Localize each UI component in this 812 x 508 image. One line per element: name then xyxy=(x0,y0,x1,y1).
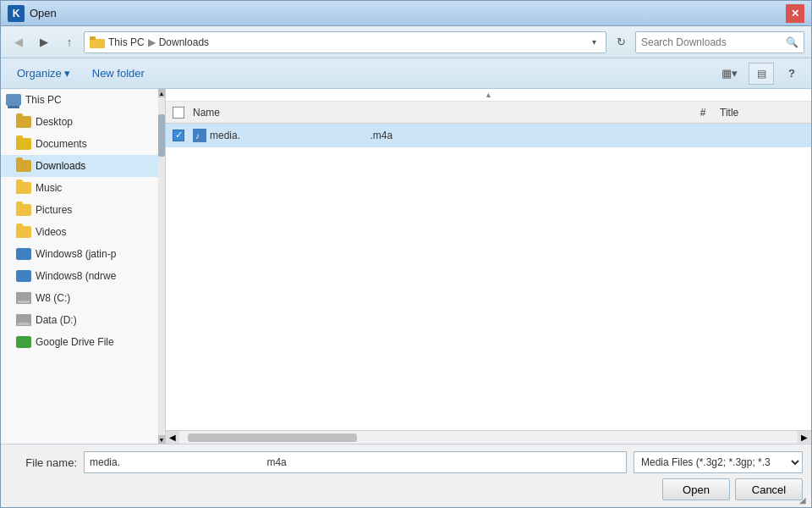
sidebar-item-windows8-jatin[interactable]: Windows8 (jatin-p xyxy=(1,243,165,265)
app-icon: K xyxy=(8,5,25,22)
sidebar-item-w8-c[interactable]: W8 (C:) xyxy=(1,287,165,309)
view-button[interactable]: ▦ ▾ xyxy=(716,63,742,85)
organize-label: Organize xyxy=(17,67,62,80)
sidebar-scroll-thumb[interactable] xyxy=(158,114,165,157)
this-pc-icon xyxy=(6,94,21,106)
file-name: media. .m4a xyxy=(210,130,686,141)
sidebar-item-google-drive[interactable]: Google Drive File xyxy=(1,331,165,353)
sidebar-item-label: Data (D:) xyxy=(36,314,77,326)
sort-indicator-bar: ▲ xyxy=(166,89,811,102)
filename-row: File name: Media Files (*.3g2; *.3gp; *.… xyxy=(9,451,803,473)
sidebar-item-documents[interactable]: Documents xyxy=(1,133,165,155)
cancel-button[interactable]: Cancel xyxy=(735,478,803,500)
sidebar-item-label: This PC xyxy=(25,94,62,106)
sidebar-item-label: W8 (C:) xyxy=(36,292,70,304)
column-name-header[interactable]: Name xyxy=(193,107,686,119)
sidebar-item-label: Documents xyxy=(36,138,87,150)
sidebar-item-label: Pictures xyxy=(36,204,72,216)
help-button[interactable]: ? xyxy=(781,63,803,85)
title-bar-left: K Open xyxy=(8,5,57,22)
svg-rect-0 xyxy=(90,39,105,48)
horizontal-scrollbar: ◀ ▶ xyxy=(166,430,811,444)
file-icon-cell: ♪ xyxy=(193,129,210,142)
address-path: This PC ▶ Downloads xyxy=(108,36,584,48)
main-content: ▲ ▼ This PC Desktop Documents xyxy=(1,89,811,444)
sidebar-item-label: Windows8 (jatin-p xyxy=(36,248,116,260)
h-scroll-thumb[interactable] xyxy=(188,433,357,442)
pane-button[interactable]: ▤ xyxy=(749,63,774,85)
pictures-folder-icon xyxy=(16,204,31,216)
path-this-pc: This PC xyxy=(108,36,145,48)
music-folder-icon xyxy=(16,182,31,194)
sidebar-item-videos[interactable]: Videos xyxy=(1,221,165,243)
search-box: 🔍 xyxy=(635,31,804,53)
select-all-checkbox[interactable] xyxy=(173,107,184,119)
action-bar: Organize ▾ New folder ▦ ▾ ▤ ? xyxy=(1,58,811,89)
open-dialog: K Open ✕ ◀ ▶ ↑ This PC ▶ Downloads ▾ ↻ 🔍 xyxy=(0,0,812,508)
bottom-bar: File name: Media Files (*.3g2; *.3gp; *.… xyxy=(1,444,811,507)
navigation-toolbar: ◀ ▶ ↑ This PC ▶ Downloads ▾ ↻ 🔍 xyxy=(1,26,811,58)
view-icon: ▦ xyxy=(721,67,732,80)
svg-rect-1 xyxy=(90,36,96,40)
header-checkbox xyxy=(173,107,193,119)
close-button[interactable]: ✕ xyxy=(786,4,804,23)
filename-input[interactable] xyxy=(84,451,627,473)
resize-grip[interactable]: ◢ xyxy=(799,495,809,505)
gdrive-icon xyxy=(16,336,31,348)
dialog-title: Open xyxy=(30,7,57,19)
address-bar[interactable]: This PC ▶ Downloads ▾ xyxy=(84,31,606,53)
view-dropdown-icon: ▾ xyxy=(732,67,738,80)
title-bar: K Open ✕ xyxy=(1,1,811,26)
up-button[interactable]: ↑ xyxy=(58,31,80,53)
file-list-header: Name # Title xyxy=(166,102,811,124)
sidebar-item-this-pc[interactable]: This PC xyxy=(1,89,165,111)
address-folder-icon xyxy=(90,36,105,48)
row-checkbox[interactable]: ✓ xyxy=(173,130,193,141)
desktop-folder-icon xyxy=(16,116,31,128)
sidebar-item-label: Videos xyxy=(36,226,66,238)
svg-text:♪: ♪ xyxy=(195,131,200,141)
h-scroll-track[interactable] xyxy=(179,431,798,444)
sidebar-item-pictures[interactable]: Pictures xyxy=(1,199,165,221)
file-checkbox[interactable]: ✓ xyxy=(173,130,184,141)
sidebar-item-desktop[interactable]: Desktop xyxy=(1,111,165,133)
sidebar-item-downloads[interactable]: Downloads xyxy=(1,155,165,177)
sidebar-item-data-d[interactable]: Data (D:) xyxy=(1,309,165,331)
back-button[interactable]: ◀ xyxy=(8,31,30,53)
h-scroll-left-button[interactable]: ◀ xyxy=(166,431,179,444)
sidebar: ▲ ▼ This PC Desktop Documents xyxy=(1,89,166,444)
buttons-row: Open Cancel xyxy=(9,478,803,500)
column-title-header[interactable]: Title xyxy=(720,107,804,119)
path-downloads: Downloads xyxy=(159,36,209,48)
filename-label: File name: xyxy=(9,456,77,469)
sidebar-scroll-down[interactable]: ▼ xyxy=(158,435,165,444)
sidebar-scrollbar[interactable]: ▲ ▼ xyxy=(158,89,165,444)
organize-button[interactable]: Organize ▾ xyxy=(9,64,78,83)
file-rows: ✓ ♪ media. .m4a xyxy=(166,124,811,430)
search-input[interactable] xyxy=(641,36,782,48)
table-row[interactable]: ✓ ♪ media. .m4a xyxy=(166,124,811,147)
videos-folder-icon xyxy=(16,226,31,238)
data-d-drive-icon xyxy=(16,314,31,326)
downloads-folder-icon xyxy=(16,160,31,172)
sidebar-item-windows8-ndrwe[interactable]: Windows8 (ndrwe xyxy=(1,265,165,287)
documents-folder-icon xyxy=(16,138,31,150)
sidebar-item-label: Desktop xyxy=(36,116,73,128)
forward-button[interactable]: ▶ xyxy=(33,31,55,53)
h-scroll-right-button[interactable]: ▶ xyxy=(798,431,811,444)
windows8-ndrwe-icon xyxy=(16,270,31,282)
sidebar-item-music[interactable]: Music xyxy=(1,177,165,199)
open-button[interactable]: Open xyxy=(662,478,730,500)
w8-c-drive-icon xyxy=(16,292,31,304)
sidebar-item-label: Google Drive File xyxy=(36,336,114,348)
sidebar-item-label: Windows8 (ndrwe xyxy=(36,270,116,282)
sidebar-item-label: Music xyxy=(36,182,62,194)
new-folder-button[interactable]: New folder xyxy=(85,64,152,83)
path-dropdown-button[interactable]: ▾ xyxy=(587,36,601,49)
media-file-icon: ♪ xyxy=(193,129,206,142)
refresh-button[interactable]: ↻ xyxy=(610,31,632,53)
filetype-select[interactable]: Media Files (*.3g2; *.3gp; *.3 xyxy=(634,451,803,473)
sidebar-scroll-up[interactable]: ▲ xyxy=(158,89,165,97)
sidebar-item-label: Downloads xyxy=(36,160,85,172)
column-hash-header[interactable]: # xyxy=(686,107,720,119)
